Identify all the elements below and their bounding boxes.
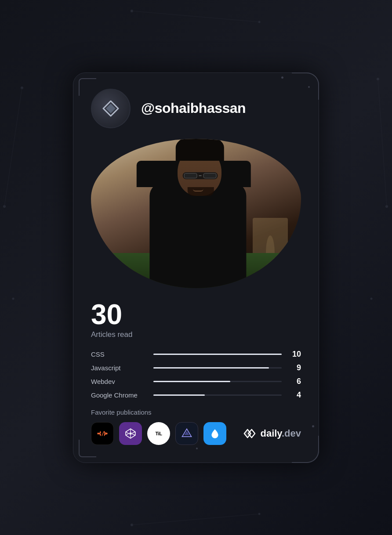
svg-text:</>: </> bbox=[98, 430, 108, 437]
profile-card: @sohaibhassan bbox=[73, 72, 319, 463]
person-glasses bbox=[183, 172, 218, 179]
articles-count: 30 bbox=[91, 300, 301, 329]
publication-codepen[interactable] bbox=[119, 422, 142, 445]
tag-bar-fill bbox=[153, 354, 282, 355]
tag-row: Google Chrome 4 bbox=[91, 390, 301, 400]
brand-suffix-text: .dev bbox=[282, 428, 301, 439]
card-dot bbox=[312, 425, 314, 427]
svg-point-4 bbox=[12, 298, 15, 300]
tag-name: Javascript bbox=[91, 364, 148, 372]
tag-bar-container bbox=[153, 354, 282, 355]
tag-name: Google Chrome bbox=[91, 391, 148, 399]
publications-row: </> TiL bbox=[91, 422, 301, 445]
card-dot bbox=[196, 448, 198, 449]
tag-count: 4 bbox=[290, 390, 301, 400]
svg-point-17 bbox=[129, 432, 131, 434]
articles-label: Articles read bbox=[91, 330, 301, 339]
publications-label: Favorite publications bbox=[91, 408, 301, 416]
tag-count: 10 bbox=[290, 350, 301, 359]
tag-bar-container bbox=[153, 394, 282, 396]
brand-logo-circle bbox=[91, 89, 131, 128]
tag-bars-container: CSS 10 Javascript 9 Webdev 6 Google Chro… bbox=[91, 350, 301, 400]
tag-bar-container bbox=[153, 381, 282, 382]
tag-bar-fill bbox=[153, 394, 205, 396]
person-hair bbox=[176, 139, 224, 161]
daily-dev-logo: daily.dev bbox=[241, 427, 301, 440]
avatar-photo bbox=[91, 139, 301, 288]
person-smile bbox=[193, 189, 203, 192]
svg-line-10 bbox=[132, 11, 259, 22]
publications-section: Favorite publications </> bbox=[91, 408, 301, 445]
person-torso bbox=[149, 183, 246, 288]
card-dot bbox=[281, 76, 283, 79]
tag-bar-fill bbox=[153, 381, 230, 382]
person-beard bbox=[188, 187, 214, 196]
publication-til[interactable]: TiL bbox=[147, 422, 170, 445]
tag-row: Javascript 9 bbox=[91, 363, 301, 372]
tag-row: CSS 10 bbox=[91, 350, 301, 359]
card-header: @sohaibhassan bbox=[91, 89, 301, 128]
username: @sohaibhassan bbox=[141, 100, 246, 116]
svg-line-11 bbox=[4, 88, 22, 206]
svg-point-7 bbox=[370, 298, 373, 300]
corner-decoration-tl bbox=[79, 78, 96, 96]
publication-droplet[interactable] bbox=[203, 422, 226, 445]
tag-name: CSS bbox=[91, 351, 148, 358]
svg-line-13 bbox=[132, 514, 259, 525]
tag-bar-fill bbox=[153, 367, 269, 369]
stats-section: 30 Articles read CSS 10 Javascript 9 Web… bbox=[91, 300, 301, 400]
tag-bar-container bbox=[153, 367, 282, 369]
tag-count: 9 bbox=[290, 363, 301, 372]
publication-three[interactable] bbox=[175, 422, 198, 445]
tag-count: 6 bbox=[290, 377, 301, 386]
card-dot bbox=[308, 86, 310, 88]
tag-name: Webdev bbox=[91, 378, 148, 385]
avatar-container bbox=[91, 139, 301, 288]
brand-name-text: daily bbox=[260, 428, 282, 439]
corner-decoration-bl bbox=[79, 440, 96, 457]
daily-dev-logomark bbox=[241, 427, 258, 440]
brand-diamond-icon bbox=[102, 99, 120, 118]
svg-line-12 bbox=[378, 79, 387, 206]
daily-dev-text: daily.dev bbox=[260, 428, 301, 439]
tag-row: Webdev 6 bbox=[91, 377, 301, 386]
